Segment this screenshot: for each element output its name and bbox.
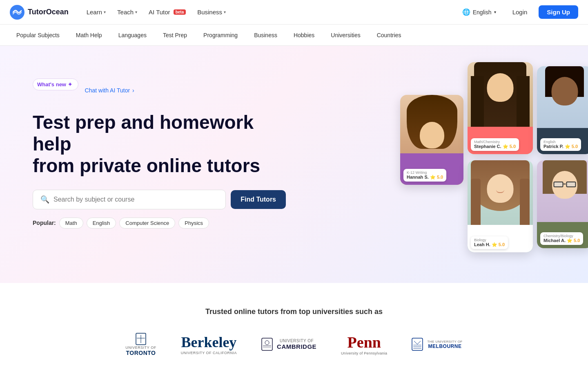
popular-tag-cs[interactable]: Computer Science bbox=[119, 218, 175, 229]
header-right: 🌐 English ▾ Login Sign Up bbox=[457, 5, 578, 19]
tutor-card-leah: Biology Leah H. ⭐ 5.0 bbox=[468, 160, 533, 252]
search-row: 🔍 Find Tutors bbox=[33, 190, 286, 209]
chevron-down-icon: ▾ bbox=[224, 10, 226, 14]
chevron-down-icon: ▾ bbox=[135, 10, 137, 14]
nav-ai-tutor[interactable]: AI Tutor beta bbox=[144, 6, 191, 18]
nav-countries[interactable]: Countries bbox=[370, 29, 408, 42]
chat-ai-link[interactable]: Chat with AI Tutor › bbox=[85, 87, 134, 94]
chevron-down-icon: ▾ bbox=[494, 10, 496, 14]
hero-content: What's new ✦ Chat with AI Tutor › Test p… bbox=[33, 70, 286, 229]
popular-tag-math[interactable]: Math bbox=[59, 218, 83, 229]
nav-universities[interactable]: Universities bbox=[324, 29, 367, 42]
nav-math-help[interactable]: Math Help bbox=[69, 29, 109, 42]
melbourne-crest-icon bbox=[412, 338, 423, 351]
tutor-card-patrick: English Patrick P. ⭐ 5.0 bbox=[537, 66, 588, 154]
nav-hobbies[interactable]: Hobbies bbox=[287, 29, 321, 42]
popular-tag-english[interactable]: English bbox=[87, 218, 116, 229]
svg-rect-4 bbox=[262, 338, 272, 350]
university-toronto: University of TORONTO bbox=[125, 332, 156, 356]
nav-test-prep[interactable]: Test Prep bbox=[156, 29, 194, 42]
nav-business[interactable]: Business bbox=[247, 29, 284, 42]
search-icon: 🔍 bbox=[40, 195, 49, 204]
popular-tags-row: Popular: Math English Computer Science P… bbox=[33, 218, 286, 229]
signup-button[interactable]: Sign Up bbox=[539, 5, 578, 19]
nav-learn[interactable]: Learn ▾ bbox=[82, 6, 111, 18]
tutor-card-stephanie: Math/Chemistry Stephanie C. ⭐ 5.0 bbox=[468, 62, 533, 154]
hero-section: What's new ✦ Chat with AI Tutor › Test p… bbox=[0, 46, 588, 283]
language-button[interactable]: 🌐 English ▾ bbox=[457, 6, 501, 18]
trusted-section: Trusted online tutors from top universit… bbox=[0, 283, 588, 368]
search-input[interactable] bbox=[53, 196, 218, 203]
globe-icon: 🌐 bbox=[462, 8, 470, 16]
logo[interactable]: TutorOcean bbox=[10, 5, 69, 20]
arrow-right-icon: › bbox=[132, 87, 134, 94]
nav-business[interactable]: Business ▾ bbox=[192, 6, 231, 18]
tutor-cards-area: K-12 Writing Hannah S. ⭐ 5.0 Math/Chemis… bbox=[400, 62, 555, 267]
toronto-crest-icon bbox=[135, 332, 147, 346]
chevron-down-icon: ▾ bbox=[104, 10, 106, 14]
svg-point-5 bbox=[265, 341, 269, 345]
university-penn: Penn University of Pennsylvania bbox=[341, 333, 387, 355]
whats-new-row: What's new ✦ Chat with AI Tutor › bbox=[33, 79, 286, 102]
main-nav: Learn ▾ Teach ▾ AI Tutor beta Business ▾ bbox=[82, 6, 457, 18]
nav-programming[interactable]: Programming bbox=[197, 29, 244, 42]
university-berkeley: Berkeley University of California bbox=[181, 334, 237, 355]
whats-new-badge[interactable]: What's new ✦ bbox=[33, 79, 78, 90]
beta-badge: beta bbox=[174, 9, 186, 15]
cambridge-crest-icon bbox=[261, 338, 273, 351]
university-cambridge: University of CAMBRIDGE bbox=[261, 338, 316, 351]
secondary-nav: Popular Subjects Math Help Languages Tes… bbox=[0, 25, 588, 46]
header: TutorOcean Learn ▾ Teach ▾ AI Tutor beta… bbox=[0, 0, 588, 25]
search-box[interactable]: 🔍 bbox=[33, 190, 226, 209]
tutor-card-hannah: K-12 Writing Hannah S. ⭐ 5.0 bbox=[400, 95, 463, 185]
find-tutors-button[interactable]: Find Tutors bbox=[231, 190, 286, 209]
hero-title: Test prep and homework help from private… bbox=[33, 112, 286, 177]
tutor-card-michael: Chemistry/Biology Michael A. ⭐ 5.0 bbox=[537, 160, 588, 248]
university-melbourne: The University of MELBOURNE bbox=[412, 338, 462, 351]
logo-text: TutorOcean bbox=[28, 8, 69, 16]
login-button[interactable]: Login bbox=[506, 5, 534, 19]
nav-teach[interactable]: Teach ▾ bbox=[112, 6, 142, 18]
trusted-title: Trusted online tutors from top universit… bbox=[33, 307, 555, 316]
universities-row: University of TORONTO Berkeley Universit… bbox=[33, 332, 555, 356]
popular-tag-physics[interactable]: Physics bbox=[178, 218, 209, 229]
nav-languages[interactable]: Languages bbox=[112, 29, 153, 42]
nav-popular-subjects[interactable]: Popular Subjects bbox=[10, 29, 66, 42]
